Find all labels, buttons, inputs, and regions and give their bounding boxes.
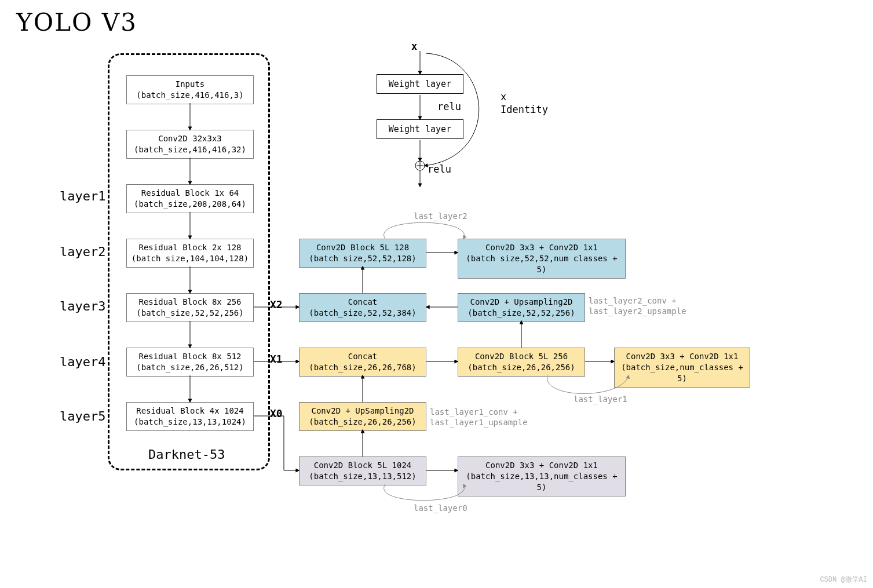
x-identity-label: x Identity <box>501 90 548 116</box>
out13-shape: (batch_size,13,13,num_classes + 5) <box>466 472 617 492</box>
concat52-node: Concat(batch_size,52,52,384) <box>299 293 426 322</box>
out26-node: Conv2D 3x3 + Conv2D 1x1(batch_size,num_c… <box>614 348 750 388</box>
concat26-node: Concat(batch_size,26,26,768) <box>299 348 426 377</box>
x0-tag: X0 <box>270 407 283 419</box>
weight-layer1: Weight layer <box>377 74 463 94</box>
up52-node: Conv2D + Upsampling2D(batch_size,52,52,2… <box>458 293 585 322</box>
conv5l-1024-node: Conv2D Block 5L 1024(batch_size,13,13,51… <box>299 456 426 485</box>
res2-title: Residual Block 2x 128 <box>138 243 241 252</box>
out52-shape: (batch size,52,52,num classes + 5) <box>466 254 617 274</box>
residual-inset: x Weight layer relu Weight layer relu x … <box>371 41 620 191</box>
up52-shape: (batch_size,52,52,256) <box>467 308 575 317</box>
out13-title: Conv2D 3x3 + Conv2D 1x1 <box>485 461 598 470</box>
concat26-shape: (batch_size,26,26,768) <box>309 363 416 372</box>
darknet53-label: Darknet-53 <box>148 447 225 462</box>
conv5l-1024-shape: (batch_size,13,13,512) <box>309 472 416 481</box>
out13-node: Conv2D 3x3 + Conv2D 1x1(batch_size,13,13… <box>458 456 626 496</box>
res1-shape: (batch_size,208,208,64) <box>134 199 246 209</box>
conv5l-128-shape: (batch size,52,52,128) <box>309 254 416 263</box>
res4-title: Residual Block 8x 512 <box>138 352 241 361</box>
diagram-title: YOLO V3 <box>16 8 137 36</box>
last-layer1-conv-annot: last_layer1_conv + last_layer1_upsample <box>430 407 528 428</box>
res2-node: Residual Block 2x 128(batch size,104,104… <box>126 239 254 268</box>
last-layer2-annot: last_layer2 <box>414 211 467 221</box>
conv5l-256-title: Conv2D Block 5L 256 <box>475 352 568 361</box>
watermark: CSDN @微学AI <box>820 575 867 585</box>
layer5-label: layer5 <box>60 409 105 423</box>
conv5l-256-shape: (batch_size,26,26,256) <box>467 363 575 372</box>
residual-x-label: x <box>411 41 417 52</box>
up26-node: Conv2D + UpSampling2D(batch_size,26,26,2… <box>299 402 426 431</box>
res1-title: Residual Block 1x 64 <box>141 188 239 198</box>
conv0-shape: (batch_size,416,416,32) <box>134 145 246 154</box>
conv5l-128-node: Conv2D Block 5L 128(batch size,52,52,128… <box>299 239 426 268</box>
out26-shape: (batch_size,num_classes + 5) <box>621 363 743 383</box>
res2-shape: (batch size,104,104,128) <box>132 254 249 263</box>
conv5l-128-title: Conv2D Block 5L 128 <box>316 243 409 252</box>
up26-title: Conv2D + UpSampling2D <box>311 406 414 415</box>
x1-tag: X1 <box>270 353 283 365</box>
relu1-label: relu <box>437 101 461 112</box>
concat52-title: Concat <box>348 297 378 306</box>
res5-node: Residual Block 4x 1024(batch_size,13,13,… <box>126 402 254 431</box>
conv0-title: Conv2D 32x3x3 <box>158 134 222 143</box>
layer3-label: layer3 <box>60 299 105 313</box>
conv5l-256-node: Conv2D Block 5L 256(batch_size,26,26,256… <box>458 348 585 377</box>
conv0-node: Conv2D 32x3x3(batch_size,416,416,32) <box>126 130 254 159</box>
layer4-label: layer4 <box>60 355 105 369</box>
layer2-label: layer2 <box>60 244 105 259</box>
x2-tag: X2 <box>270 298 283 311</box>
up52-title: Conv2D + Upsampling2D <box>470 297 572 306</box>
res5-shape: (batch_size,13,13,1024) <box>134 417 246 426</box>
out26-title: Conv2D 3x3 + Conv2D 1x1 <box>626 352 739 361</box>
res3-title: Residual Block 8x 256 <box>138 297 241 306</box>
up26-shape: (batch_size,26,26,256) <box>309 417 416 426</box>
res3-node: Residual Block 8x 256(batch_size,52,52,2… <box>126 293 254 322</box>
inputs-node: Inputs(batch_size,416,416,3) <box>126 75 254 104</box>
concat26-title: Concat <box>348 352 378 361</box>
inputs-shape: (batch_size,416,416,3) <box>136 90 243 100</box>
last-layer2-conv-annot: last_layer2_conv + last_layer2_upsample <box>589 295 686 316</box>
conv5l-1024-title: Conv2D Block 5L 1024 <box>314 461 412 470</box>
last-layer1-annot: last_layer1 <box>574 394 627 404</box>
inputs-title: Inputs <box>176 79 205 89</box>
res3-shape: (batch_size,52,52,256) <box>136 308 243 317</box>
out52-title: Conv2D 3x3 + Conv2D 1x1 <box>485 243 598 252</box>
layer1-label: layer1 <box>60 189 105 203</box>
out52-node: Conv2D 3x3 + Conv2D 1x1(batch size,52,52… <box>458 239 626 279</box>
res5-title: Residual Block 4x 1024 <box>136 406 243 415</box>
relu2-label: relu <box>428 163 451 175</box>
concat52-shape: (batch_size,52,52,384) <box>309 308 416 317</box>
last-layer0-annot: last_layer0 <box>414 503 467 513</box>
res1-node: Residual Block 1x 64(batch_size,208,208,… <box>126 184 254 213</box>
res4-node: Residual Block 8x 512(batch_size,26,26,5… <box>126 348 254 377</box>
res4-shape: (batch_size,26,26,512) <box>136 363 243 372</box>
weight-layer2: Weight layer <box>377 119 463 139</box>
